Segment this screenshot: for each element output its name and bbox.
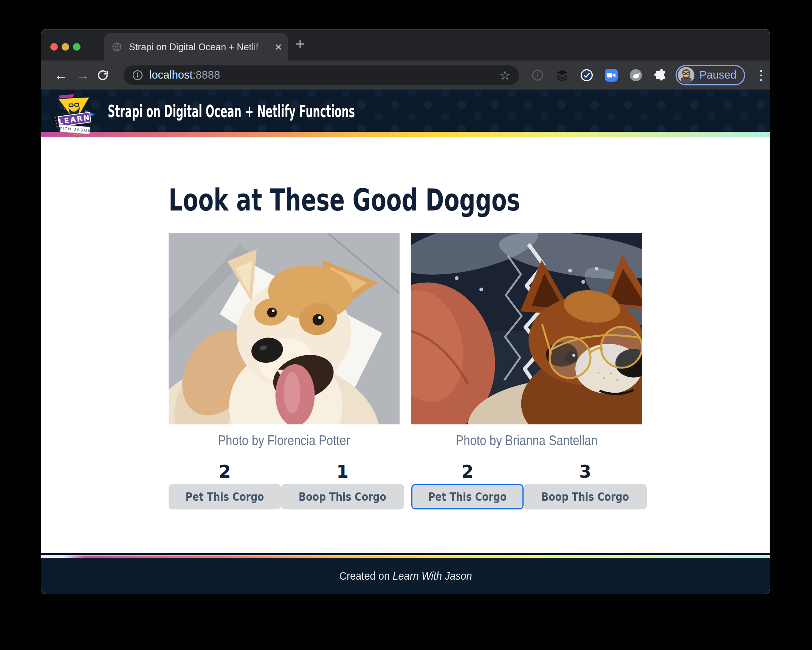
browser-toolbar: ← → localhost:8888 ☆ (41, 60, 770, 90)
ring-extension-icon[interactable] (531, 68, 544, 82)
info-icon[interactable] (132, 70, 143, 81)
url-port: :8888 (192, 69, 220, 81)
footer-site-name: Learn With Jason (392, 570, 472, 582)
traffic-lights (50, 43, 81, 51)
address-bar[interactable]: localhost:8888 ☆ (124, 65, 519, 85)
boop-count-2: 3 (579, 461, 591, 482)
url-host: localhost (149, 69, 192, 81)
site-title: Strapi on Digital Ocean + Netlify Functi… (108, 101, 355, 121)
site-footer: Created on Learn With Jason (41, 558, 770, 594)
footer-text: Created on (339, 570, 392, 582)
back-icon[interactable]: ← (53, 68, 69, 82)
boop-group-2: 3 Boop This Corgo (524, 461, 647, 509)
corgi-card-1: Photo by Florencia Potter 2 Pet This Cor… (169, 233, 400, 509)
pet-count-2: 2 (462, 461, 474, 482)
browser-window: Strapi on Digital Ocean + Netlif × + ← →… (41, 29, 770, 594)
learn-with-jason-logo: LEARN WITH JASON (52, 94, 96, 143)
pet-group-2: 2 Pet This Corgo (411, 461, 524, 509)
close-window-button[interactable] (50, 43, 58, 51)
boop-count-1: 1 (336, 461, 349, 482)
puzzle-extensions-icon[interactable] (654, 68, 667, 82)
tab-close-icon[interactable]: × (275, 41, 282, 53)
corgi-card-2: Photo by Brianna Santellan 2 Pet This Co… (411, 233, 642, 509)
corgi-photo-florencia (169, 233, 400, 424)
avatar (678, 67, 694, 84)
zoom-icon[interactable] (604, 68, 618, 82)
new-tab-button[interactable]: + (295, 36, 305, 52)
bookmark-star-icon[interactable]: ☆ (499, 69, 511, 82)
reload-icon[interactable] (96, 69, 109, 82)
minimize-window-button[interactable] (62, 43, 69, 51)
rainbow-gradient-bar (41, 132, 770, 137)
page-title: Look at These Good Doggos (169, 137, 519, 218)
forward-icon[interactable]: → (74, 68, 91, 82)
layers-icon[interactable] (555, 68, 569, 82)
zoom-window-button[interactable] (73, 43, 81, 51)
browser-tab[interactable]: Strapi on Digital Ocean + Netlif × (104, 33, 288, 60)
site-header: LEARN WITH JASON Strapi on Digital Ocean… (41, 90, 770, 132)
profile-paused-button[interactable]: Paused (676, 65, 745, 85)
photo-caption: Photo by Florencia Potter (169, 433, 400, 449)
extension-icons (531, 68, 667, 82)
pet-button-1[interactable]: Pet This Corgo (169, 484, 281, 509)
pet-button-2[interactable]: Pet This Corgo (411, 484, 524, 509)
bird-icon[interactable] (629, 68, 643, 82)
boop-button-2[interactable]: Boop This Corgo (524, 484, 647, 509)
globe-favicon-icon (112, 42, 122, 52)
boop-button-1[interactable]: Boop This Corgo (281, 484, 404, 509)
tab-title: Strapi on Digital Ocean + Netlif (129, 42, 273, 53)
photo-caption: Photo by Brianna Santellan (411, 433, 642, 449)
page-main: Look at These Good Doggos (41, 137, 770, 553)
corgi-photo-brianna (411, 233, 642, 424)
boop-group-1: 1 Boop This Corgo (281, 461, 404, 509)
check-circle-icon[interactable] (580, 68, 594, 82)
tab-bar: Strapi on Digital Ocean + Netlif × + (41, 29, 770, 60)
pet-count-1: 2 (219, 461, 231, 482)
browser-menu-icon[interactable]: ⋮ (754, 68, 768, 82)
paused-label: Paused (699, 69, 736, 81)
pet-group-1: 2 Pet This Corgo (169, 461, 281, 509)
